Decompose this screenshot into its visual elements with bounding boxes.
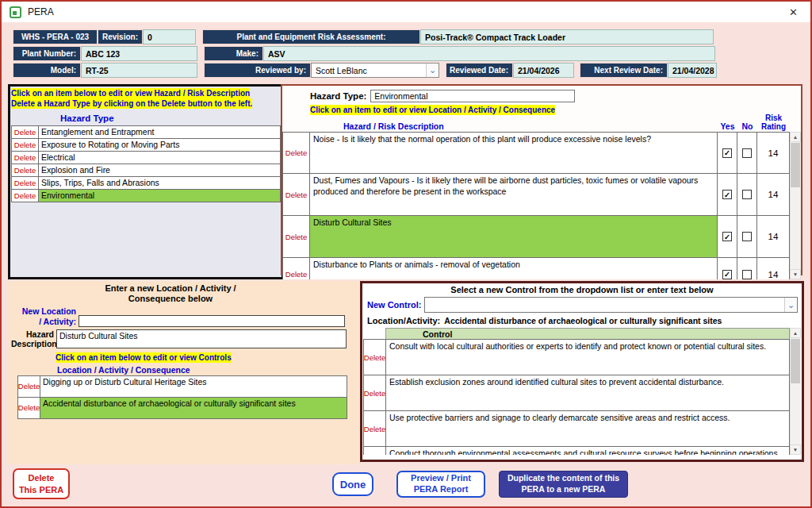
hazard-type-item[interactable]: Slips, Trips, Falls and Abrasions	[39, 177, 281, 190]
new-control-dropdown[interactable]: ⌄	[424, 297, 798, 313]
delete-hazard-type-button[interactable]: Delete	[12, 177, 39, 190]
delete-risk-button[interactable]: Delete	[283, 258, 310, 279]
risk-list: Delete Noise - Is it likely that the nor…	[282, 132, 790, 279]
scroll-down-icon[interactable]: ▼	[790, 269, 801, 279]
yes-checkbox[interactable]: ✓	[722, 270, 732, 279]
reviewed-date-label: Reviewed Date:	[446, 63, 513, 78]
delete-risk-button[interactable]: Delete	[283, 216, 310, 258]
hazard-type-panel: Click on an item below to edit or view H…	[8, 84, 284, 279]
reviewed-by-dropdown[interactable]: Scott LeBlanc ⌄	[311, 63, 439, 78]
next-review-date-value[interactable]: 21/04/2028	[668, 63, 717, 78]
done-button[interactable]: Done	[332, 472, 373, 496]
no-checkbox[interactable]	[742, 232, 752, 241]
hazard-type-field-value[interactable]: Environmental	[370, 90, 575, 102]
assessment-label: Plant and Equipment Risk Assessment:	[202, 29, 420, 44]
location-panel-title: Enter a new Location / Activity / Conseq…	[91, 283, 250, 304]
location-row: Delete Accidental disturbance of archaeo…	[18, 398, 347, 419]
model-value[interactable]: RT-25	[81, 63, 197, 78]
location-list: Delete Digging up or Disturb Cultural He…	[17, 375, 347, 419]
yes-checkbox[interactable]: ✓	[722, 148, 732, 158]
control-list: Delete Consult with local cultural autho…	[363, 339, 790, 455]
risk-description-panel: Hazard Type: Environmental Click on an i…	[281, 84, 802, 275]
delete-hazard-type-button[interactable]: Delete	[12, 164, 39, 177]
reviewed-by-value: Scott LeBlanc	[316, 66, 367, 75]
control-item[interactable]: Establish exclusion zones around identif…	[386, 375, 790, 411]
delete-hazard-type-button[interactable]: Delete	[12, 190, 39, 202]
hazard-type-row: Delete Explosion and Fire	[12, 164, 281, 177]
hazard-type-row: Delete Entanglement and Entrapment	[12, 126, 281, 139]
control-row: Delete Conduct thorough environmental as…	[364, 447, 790, 455]
yes-header: Yes	[718, 121, 737, 131]
yes-checkbox[interactable]: ✓	[722, 190, 732, 199]
pera-window: PERA ✕ WHS - PERA - 023 Revision: 0 Plan…	[0, 0, 812, 508]
scroll-up-icon[interactable]: ▲	[790, 132, 801, 142]
control-item[interactable]: Conduct thorough environmental assessmen…	[386, 447, 790, 455]
make-value[interactable]: ASV	[263, 46, 715, 61]
hazard-type-row: Delete Exposure to Rotating or Moving Pa…	[12, 139, 281, 152]
controls-instruction: Click on an item below to edit or view C…	[56, 352, 232, 363]
chevron-down-icon[interactable]: ⌄	[426, 64, 439, 77]
scroll-down-icon[interactable]: ▼	[790, 444, 801, 455]
no-checkbox[interactable]	[742, 148, 752, 158]
risk-description-item[interactable]: Dust, Fumes and Vapours - Is it likely t…	[310, 174, 718, 216]
risk-description-item-selected[interactable]: Disturb Cultural Sites	[310, 216, 718, 258]
pera-id-label: WHS - PERA - 023	[13, 29, 98, 44]
controls-panel-title: Select a new Control from the dropdown l…	[362, 285, 802, 294]
plant-number-value[interactable]: ABC 123	[81, 46, 197, 61]
hazard-type-item-selected[interactable]: Environmental	[39, 190, 281, 202]
location-item[interactable]: Digging up or Disturb Cultural Heritage …	[40, 376, 347, 398]
hazard-instruction-line1: Click on an item below to edit or view H…	[11, 88, 250, 98]
risk-rating-value: 14	[757, 174, 790, 216]
location-row: Delete Digging up or Disturb Cultural He…	[18, 376, 347, 398]
revision-value[interactable]: 0	[143, 29, 196, 44]
chevron-down-icon[interactable]: ⌄	[784, 298, 797, 312]
delete-pera-button[interactable]: Delete This PERA	[13, 468, 70, 499]
assessment-value[interactable]: Posi-Track® Compact Track Loader	[420, 29, 714, 44]
risk-description-header: Hazard / Risk Description	[310, 121, 718, 131]
hazard-type-row: Delete Electrical	[12, 152, 281, 164]
delete-hazard-type-button[interactable]: Delete	[12, 126, 39, 139]
scroll-up-icon[interactable]: ▲	[790, 328, 801, 338]
yes-checkbox[interactable]: ✓	[722, 232, 732, 241]
risk-description-item[interactable]: Noise - Is it likely that the normal ope…	[310, 133, 718, 174]
delete-location-button[interactable]: Delete	[18, 376, 40, 398]
hazard-type-item[interactable]: Exposure to Rotating or Moving Parts	[39, 139, 281, 152]
risk-rating-header: Risk Rating	[757, 114, 790, 131]
new-control-label: New Control:	[367, 300, 421, 310]
control-row: Delete Use protective barriers and signa…	[364, 411, 790, 447]
risk-scrollbar[interactable]: ▲ ▼	[790, 132, 801, 279]
control-column-header: Control	[385, 328, 790, 339]
hazard-type-item[interactable]: Entanglement and Entrapment	[39, 126, 281, 139]
location-item-selected[interactable]: Accidental disturbance of archaeological…	[40, 398, 347, 419]
hazard-type-item[interactable]: Explosion and Fire	[39, 164, 281, 177]
reviewed-date-value[interactable]: 21/04/2026	[513, 63, 574, 78]
delete-control-button[interactable]: Delete	[364, 340, 386, 375]
delete-risk-button[interactable]: Delete	[283, 133, 310, 174]
scroll-thumb[interactable]	[791, 143, 800, 187]
delete-hazard-type-button[interactable]: Delete	[12, 152, 39, 164]
risk-row: Delete Noise - Is it likely that the nor…	[283, 133, 790, 174]
new-location-label: New Location / Activity:	[11, 306, 76, 326]
control-scrollbar[interactable]: ▲ ▼	[790, 328, 801, 455]
control-item[interactable]: Use protective barriers and signage to c…	[386, 411, 790, 447]
delete-control-button[interactable]: Delete	[364, 411, 386, 447]
hazard-type-item[interactable]: Electrical	[39, 152, 281, 164]
control-item[interactable]: Consult with local cultural authorities …	[386, 340, 790, 375]
hazard-description-value[interactable]: Disturb Cultural Sites	[56, 329, 347, 348]
no-checkbox[interactable]	[742, 270, 752, 279]
delete-risk-button[interactable]: Delete	[283, 174, 310, 216]
no-checkbox[interactable]	[742, 190, 752, 199]
delete-control-button[interactable]: Delete	[364, 375, 386, 411]
risk-description-item[interactable]: Disturbance to Plants or animals - remov…	[310, 258, 718, 279]
new-location-input[interactable]	[79, 315, 345, 327]
risk-instruction: Click on an item to edit or view Locatio…	[310, 105, 555, 115]
delete-location-button[interactable]: Delete	[18, 398, 40, 419]
close-icon[interactable]: ✕	[784, 6, 802, 18]
delete-hazard-type-button[interactable]: Delete	[12, 139, 39, 152]
delete-control-button[interactable]: Delete	[364, 447, 386, 455]
header: WHS - PERA - 023 Revision: 0 Plant and E…	[2, 22, 810, 78]
preview-print-button[interactable]: Preview / Print PERA Report	[396, 471, 485, 498]
scroll-thumb[interactable]	[791, 339, 800, 383]
app-icon	[10, 6, 21, 18]
duplicate-pera-button[interactable]: Duplicate the content of this PERA to a …	[499, 471, 628, 498]
